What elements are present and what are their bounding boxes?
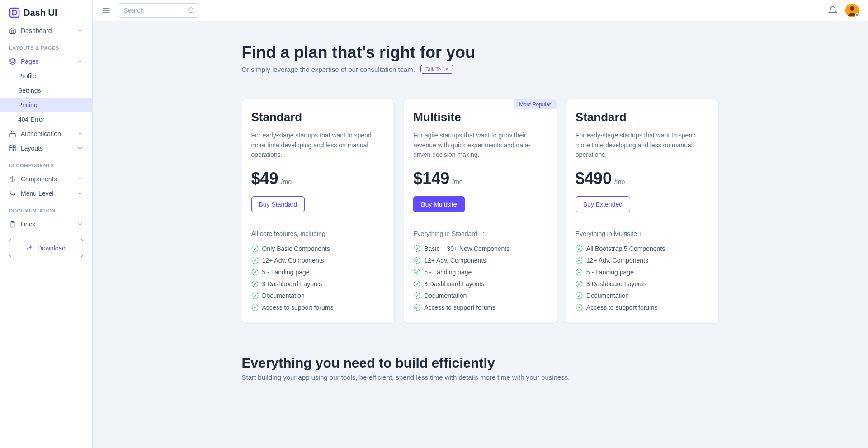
topbar xyxy=(93,0,868,21)
svg-point-28 xyxy=(414,304,420,310)
svg-point-20 xyxy=(252,281,258,287)
nav-label: Pages xyxy=(21,58,72,65)
buy-button[interactable]: Buy Extended xyxy=(576,196,630,212)
check-icon xyxy=(251,292,259,299)
plan-desc: For agile startups that want to grow the… xyxy=(413,131,547,160)
check-icon xyxy=(413,304,420,311)
feature-item: Access to support forums xyxy=(251,302,386,313)
check-icon xyxy=(413,257,420,264)
check-icon xyxy=(576,292,583,299)
feature-item: Basic + 30+ New Components xyxy=(413,243,547,255)
download-button[interactable]: Download xyxy=(9,239,83,257)
feature-text: 3 Dashboard Layouts xyxy=(586,280,646,288)
feature-item: 5 - Landing page xyxy=(251,266,386,278)
svg-point-18 xyxy=(252,257,258,263)
check-icon xyxy=(576,269,583,276)
check-icon xyxy=(413,269,420,276)
feature-item: All Bootstrap 5 Components xyxy=(576,243,710,255)
nav-dashboard[interactable]: Dashboard xyxy=(0,24,92,38)
svg-point-16 xyxy=(850,6,854,11)
feature-text: 12+ Adv. Components xyxy=(586,257,648,264)
svg-point-26 xyxy=(414,281,420,287)
nav-sub-profile[interactable]: Profile xyxy=(0,69,92,83)
plan-name: Multisite xyxy=(413,110,547,124)
svg-point-22 xyxy=(252,304,258,310)
buy-button[interactable]: Buy Standard xyxy=(251,196,305,212)
search-input[interactable] xyxy=(118,3,199,18)
svg-point-30 xyxy=(576,257,582,263)
feature-list: All Bootstrap 5 Components 12+ Adv. Comp… xyxy=(576,243,710,313)
svg-point-17 xyxy=(252,245,258,251)
svg-rect-5 xyxy=(13,149,15,151)
svg-point-13 xyxy=(189,8,193,13)
nav-authentication[interactable]: Authentication xyxy=(0,127,92,141)
svg-rect-3 xyxy=(10,146,12,148)
grid-icon xyxy=(9,145,16,152)
svg-point-24 xyxy=(414,257,420,263)
feature-item: Access to support forums xyxy=(413,302,547,313)
buy-button[interactable]: Buy Multisite xyxy=(413,196,464,212)
bell-icon xyxy=(828,6,837,15)
plan-grid: Standard For early-stage startups that w… xyxy=(242,99,719,324)
feature-text: 5 - Landing page xyxy=(424,269,472,276)
feature-text: Only Basic Components xyxy=(262,245,330,252)
nav-components[interactable]: Components xyxy=(0,172,92,186)
search-icon xyxy=(188,7,195,14)
brand-name: Dash UI xyxy=(24,8,57,18)
nav-sub-404[interactable]: 404 Error xyxy=(0,112,92,127)
nav-label: Components xyxy=(21,175,72,183)
chevron-down-icon xyxy=(77,145,83,151)
talk-to-us-button[interactable]: Talk To Us xyxy=(420,65,453,74)
nav-sub-settings[interactable]: Settings xyxy=(0,83,92,98)
chevron-down-icon xyxy=(77,28,83,34)
plan-name: Standard xyxy=(251,110,386,124)
section-documentation: DOCUMENTATION xyxy=(0,201,92,217)
svg-point-33 xyxy=(576,292,582,298)
search-wrap xyxy=(118,3,199,18)
svg-point-34 xyxy=(576,304,582,310)
chevron-down-icon xyxy=(77,190,83,197)
check-icon xyxy=(413,292,420,299)
feature-text: Basic + 30+ New Components xyxy=(424,245,509,252)
nav-menu-level[interactable]: Menu Level xyxy=(0,186,92,201)
menu-toggle[interactable] xyxy=(102,6,111,15)
check-icon xyxy=(576,280,583,288)
chevron-up-icon xyxy=(77,58,83,65)
feature-item: Documentation xyxy=(251,290,386,302)
plan-price: $49 xyxy=(251,169,278,188)
check-icon xyxy=(251,257,259,264)
nav-pages[interactable]: Pages xyxy=(0,54,92,69)
check-icon xyxy=(413,280,420,288)
check-icon xyxy=(576,304,583,311)
status-indicator xyxy=(855,13,859,17)
corner-icon xyxy=(9,190,16,197)
brand-logo[interactable]: Dash UI xyxy=(0,0,92,24)
feature-text: Access to support forums xyxy=(262,304,334,311)
plan-card: Standard For early-stage startups that w… xyxy=(566,99,719,324)
section2-title: Everything you need to build efficiently xyxy=(242,355,719,371)
feature-text: Documentation xyxy=(424,292,467,299)
plan-price: $490 xyxy=(576,169,612,188)
nav-docs[interactable]: Docs xyxy=(0,217,92,231)
section2-desc: Start building your app using our tools,… xyxy=(242,373,719,381)
check-icon xyxy=(251,245,259,252)
feature-item: 3 Dashboard Layouts xyxy=(413,278,547,290)
user-avatar[interactable] xyxy=(845,4,859,17)
feature-text: Documentation xyxy=(586,292,629,299)
nav-sub-pricing[interactable]: Pricing xyxy=(0,98,92,112)
nav-label: Authentication xyxy=(21,130,72,137)
feature-text: 12+ Adv. Components xyxy=(424,257,486,264)
svg-rect-4 xyxy=(13,146,15,148)
plan-features-title: Everything in Standard +: xyxy=(413,230,547,237)
svg-point-27 xyxy=(414,292,420,298)
check-icon xyxy=(251,269,259,276)
section-ui-components: UI COMPONENTS xyxy=(0,156,92,172)
svg-point-19 xyxy=(252,269,258,275)
svg-marker-1 xyxy=(9,58,15,61)
page-title: Find a plan that's right for you xyxy=(242,43,719,62)
svg-rect-2 xyxy=(10,133,15,137)
chevron-down-icon xyxy=(77,131,83,137)
notifications-button[interactable] xyxy=(828,6,837,15)
feature-text: 5 - Landing page xyxy=(262,269,310,276)
nav-layouts[interactable]: Layouts xyxy=(0,141,92,156)
